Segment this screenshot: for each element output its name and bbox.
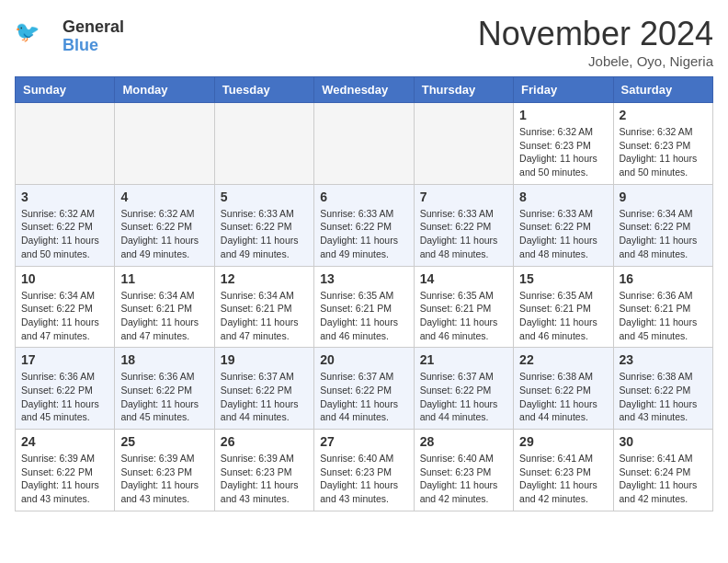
weekday-header-saturday: Saturday [613, 77, 712, 103]
month-title: November 2024 [478, 15, 713, 53]
day-info: Sunrise: 6:41 AM Sunset: 6:24 PM Dayligh… [620, 452, 707, 506]
calendar-cell: 14Sunrise: 6:35 AM Sunset: 6:21 PM Dayli… [414, 266, 513, 348]
calendar-cell [214, 103, 313, 185]
day-number: 3 [21, 190, 108, 204]
calendar-cell: 10Sunrise: 6:34 AM Sunset: 6:22 PM Dayli… [16, 266, 115, 348]
calendar-cell: 28Sunrise: 6:40 AM Sunset: 6:23 PM Dayli… [414, 430, 513, 511]
day-info: Sunrise: 6:33 AM Sunset: 6:22 PM Dayligh… [519, 207, 607, 261]
logo-text: General Blue [63, 18, 124, 55]
day-info: Sunrise: 6:34 AM Sunset: 6:21 PM Dayligh… [120, 289, 208, 343]
calendar-cell: 22Sunrise: 6:38 AM Sunset: 6:22 PM Dayli… [514, 348, 613, 430]
calendar-cell: 15Sunrise: 6:35 AM Sunset: 6:21 PM Dayli… [514, 266, 613, 348]
day-info: Sunrise: 6:33 AM Sunset: 6:22 PM Dayligh… [221, 207, 308, 261]
calendar-cell: 11Sunrise: 6:34 AM Sunset: 6:21 PM Dayli… [115, 266, 214, 348]
day-info: Sunrise: 6:39 AM Sunset: 6:23 PM Dayligh… [221, 452, 308, 506]
day-info: Sunrise: 6:34 AM Sunset: 6:22 PM Dayligh… [620, 207, 707, 261]
day-number: 11 [120, 271, 208, 286]
weekday-header-friday: Friday [514, 77, 613, 103]
calendar-cell: 19Sunrise: 6:37 AM Sunset: 6:22 PM Dayli… [214, 348, 313, 430]
day-number: 6 [320, 190, 407, 204]
day-info: Sunrise: 6:35 AM Sunset: 6:21 PM Dayligh… [420, 289, 507, 343]
day-info: Sunrise: 6:34 AM Sunset: 6:21 PM Dayligh… [221, 289, 308, 343]
day-info: Sunrise: 6:35 AM Sunset: 6:21 PM Dayligh… [519, 289, 607, 343]
logo-icon: 🐦 [15, 15, 59, 59]
day-info: Sunrise: 6:32 AM Sunset: 6:22 PM Dayligh… [120, 207, 208, 261]
day-number: 20 [320, 352, 407, 367]
day-number: 23 [620, 352, 707, 367]
day-number: 10 [21, 271, 108, 286]
day-info: Sunrise: 6:32 AM Sunset: 6:23 PM Dayligh… [620, 125, 707, 179]
day-info: Sunrise: 6:36 AM Sunset: 6:22 PM Dayligh… [21, 370, 108, 424]
day-number: 18 [120, 352, 208, 367]
day-info: Sunrise: 6:35 AM Sunset: 6:21 PM Dayligh… [320, 289, 407, 343]
day-number: 14 [420, 271, 507, 286]
svg-text:🐦: 🐦 [15, 19, 40, 44]
day-info: Sunrise: 6:41 AM Sunset: 6:23 PM Dayligh… [519, 452, 607, 506]
day-info: Sunrise: 6:40 AM Sunset: 6:23 PM Dayligh… [320, 452, 407, 506]
calendar-cell [115, 103, 214, 185]
day-number: 24 [21, 434, 108, 449]
weekday-header-tuesday: Tuesday [214, 77, 313, 103]
day-number: 15 [519, 271, 607, 286]
calendar-cell: 9Sunrise: 6:34 AM Sunset: 6:22 PM Daylig… [613, 184, 712, 266]
day-number: 16 [620, 271, 707, 286]
calendar-cell: 3Sunrise: 6:32 AM Sunset: 6:22 PM Daylig… [16, 184, 115, 266]
calendar-week-2: 3Sunrise: 6:32 AM Sunset: 6:22 PM Daylig… [16, 184, 713, 266]
day-info: Sunrise: 6:37 AM Sunset: 6:22 PM Dayligh… [221, 370, 308, 424]
calendar-cell: 30Sunrise: 6:41 AM Sunset: 6:24 PM Dayli… [613, 430, 712, 511]
calendar-week-5: 24Sunrise: 6:39 AM Sunset: 6:22 PM Dayli… [16, 430, 713, 511]
calendar-cell: 27Sunrise: 6:40 AM Sunset: 6:23 PM Dayli… [314, 430, 414, 511]
calendar-cell [314, 103, 414, 185]
day-number: 13 [320, 271, 407, 286]
weekday-header-wednesday: Wednesday [314, 77, 414, 103]
day-info: Sunrise: 6:37 AM Sunset: 6:22 PM Dayligh… [420, 370, 507, 424]
day-info: Sunrise: 6:37 AM Sunset: 6:22 PM Dayligh… [320, 370, 407, 424]
day-info: Sunrise: 6:34 AM Sunset: 6:22 PM Dayligh… [21, 289, 108, 343]
day-number: 9 [620, 190, 707, 204]
day-info: Sunrise: 6:32 AM Sunset: 6:23 PM Dayligh… [519, 125, 607, 179]
location: Jobele, Oyo, Nigeria [478, 53, 713, 69]
calendar-table: SundayMondayTuesdayWednesdayThursdayFrid… [15, 76, 713, 511]
calendar-cell: 12Sunrise: 6:34 AM Sunset: 6:21 PM Dayli… [214, 266, 313, 348]
calendar-cell: 6Sunrise: 6:33 AM Sunset: 6:22 PM Daylig… [314, 184, 414, 266]
logo: 🐦 General Blue [15, 15, 124, 59]
calendar-cell: 18Sunrise: 6:36 AM Sunset: 6:22 PM Dayli… [115, 348, 214, 430]
day-number: 5 [221, 190, 308, 204]
weekday-header-sunday: Sunday [16, 77, 115, 103]
day-info: Sunrise: 6:36 AM Sunset: 6:22 PM Dayligh… [120, 370, 208, 424]
day-info: Sunrise: 6:39 AM Sunset: 6:22 PM Dayligh… [21, 452, 108, 506]
day-number: 27 [320, 434, 407, 449]
day-number: 22 [519, 352, 607, 367]
day-info: Sunrise: 6:38 AM Sunset: 6:22 PM Dayligh… [519, 370, 607, 424]
calendar-week-3: 10Sunrise: 6:34 AM Sunset: 6:22 PM Dayli… [16, 266, 713, 348]
calendar-cell: 25Sunrise: 6:39 AM Sunset: 6:23 PM Dayli… [115, 430, 214, 511]
day-info: Sunrise: 6:36 AM Sunset: 6:21 PM Dayligh… [620, 289, 707, 343]
day-number: 28 [420, 434, 507, 449]
day-info: Sunrise: 6:39 AM Sunset: 6:23 PM Dayligh… [120, 452, 208, 506]
day-number: 21 [420, 352, 507, 367]
calendar-cell: 24Sunrise: 6:39 AM Sunset: 6:22 PM Dayli… [16, 430, 115, 511]
day-number: 19 [221, 352, 308, 367]
day-info: Sunrise: 6:33 AM Sunset: 6:22 PM Dayligh… [320, 207, 407, 261]
day-number: 30 [620, 434, 707, 449]
calendar-cell [16, 103, 115, 185]
calendar-cell: 16Sunrise: 6:36 AM Sunset: 6:21 PM Dayli… [613, 266, 712, 348]
calendar-cell: 17Sunrise: 6:36 AM Sunset: 6:22 PM Dayli… [16, 348, 115, 430]
day-info: Sunrise: 6:33 AM Sunset: 6:22 PM Dayligh… [420, 207, 507, 261]
weekday-header-monday: Monday [115, 77, 214, 103]
calendar-cell: 23Sunrise: 6:38 AM Sunset: 6:22 PM Dayli… [613, 348, 712, 430]
calendar-cell: 7Sunrise: 6:33 AM Sunset: 6:22 PM Daylig… [414, 184, 513, 266]
calendar-cell: 8Sunrise: 6:33 AM Sunset: 6:22 PM Daylig… [514, 184, 613, 266]
day-number: 12 [221, 271, 308, 286]
day-info: Sunrise: 6:32 AM Sunset: 6:22 PM Dayligh… [21, 207, 108, 261]
calendar-week-1: 1Sunrise: 6:32 AM Sunset: 6:23 PM Daylig… [16, 103, 713, 185]
weekday-header-thursday: Thursday [414, 77, 513, 103]
calendar-cell: 1Sunrise: 6:32 AM Sunset: 6:23 PM Daylig… [514, 103, 613, 185]
day-number: 2 [620, 108, 707, 122]
day-number: 7 [420, 190, 507, 204]
title-block: November 2024 Jobele, Oyo, Nigeria [478, 15, 713, 69]
calendar-cell: 21Sunrise: 6:37 AM Sunset: 6:22 PM Dayli… [414, 348, 513, 430]
calendar-cell: 5Sunrise: 6:33 AM Sunset: 6:22 PM Daylig… [214, 184, 313, 266]
day-number: 8 [519, 190, 607, 204]
calendar-cell: 4Sunrise: 6:32 AM Sunset: 6:22 PM Daylig… [115, 184, 214, 266]
